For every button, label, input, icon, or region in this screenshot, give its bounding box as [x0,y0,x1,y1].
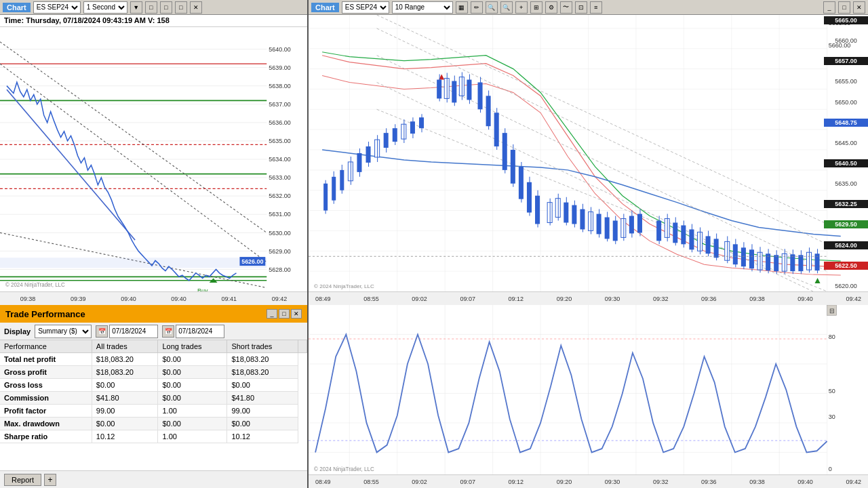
price-badge-7: 5645.00 [824,139,868,147]
osc-time-5: 09:12 [509,479,524,485]
row-long-1: $0.00 [158,353,227,366]
svg-rect-149 [637,214,642,233]
right-more-btn[interactable]: ≡ [590,1,602,14]
right-max-btn[interactable]: □ [838,1,850,14]
row-short-4: $41.80 [227,392,298,405]
r-time-7: 09:30 [605,296,620,302]
table-row: Total net profit $18,083.20 $0.00 $18,08… [0,353,307,366]
osc-time-6: 09:20 [557,479,572,485]
r-time-12: 09:42 [846,296,861,302]
left-square3-btn[interactable]: □ [175,1,187,14]
left-symbol-select[interactable]: ES SEP24 [33,1,81,14]
row-all-6: $0.00 [92,418,158,430]
right-chart-title: Chart [311,3,339,12]
right-zoom-in-btn[interactable]: 🔍 [486,1,498,14]
right-plus-btn[interactable]: + [515,1,528,14]
right-symbol-select[interactable]: ES SEP24 [342,1,389,14]
svg-text:© 2024 NinjaTrader, LLC: © 2024 NinjaTrader, LLC [5,281,65,288]
price-badge-12: 5624.00 [824,241,868,249]
left-dropdown-btn[interactable]: ▼ [130,1,142,14]
tp-min-btn[interactable]: _ [267,309,277,319]
row-short-2: $18,083.20 [227,366,298,379]
right-prop-btn[interactable]: ⚙ [545,1,557,14]
time-label-1: 09:38 [3,296,53,302]
price-badge-8: 5640.50 [824,159,868,167]
left-timeframe-select[interactable]: 1 Second [83,1,127,14]
r-time-11: 09:40 [797,296,813,302]
r-time-2: 08:55 [363,296,379,302]
display-select[interactable]: Summary ($) Detail ($) Summary (%) [35,325,92,338]
to-date-input[interactable] [176,325,224,338]
row-label-2: Gross profit [0,366,92,379]
row-all-4: $41.80 [92,392,158,405]
add-tab-btn[interactable]: + [44,474,56,486]
perf-table: Performance All trades Long trades Short… [0,340,307,443]
right-time-axis: 08:49 08:55 09:02 09:07 09:12 09:20 09:3… [309,291,868,305]
right-indicators-btn[interactable]: 〜 [560,1,572,14]
osc-time-7: 09:30 [605,479,620,485]
tp-close-btn[interactable]: ✕ [291,309,302,319]
svg-text:⊟: ⊟ [829,307,835,314]
table-row: Profit factor 99.00 1.00 99.00 [0,405,307,418]
tp-max-btn[interactable]: □ [279,309,290,319]
price-badge-14: 5620.00 [824,282,868,290]
to-cal-icon[interactable]: 📅 [162,325,174,338]
col-header-performance: Performance [0,340,92,353]
scroll-header [298,340,307,353]
table-row: Gross profit $18,083.20 $0.00 $18,083.20 [0,366,307,379]
right-close-btn[interactable]: ✕ [853,1,865,14]
right-timeframe-select[interactable]: 10 Range [392,1,453,14]
price-badge-10: 5632.25 [824,200,868,208]
title-bar-buttons: _ □ ✕ [267,309,302,319]
osc-time-12: 09:42 [846,479,861,485]
trade-perf-title: Trade Performance [5,309,85,319]
col-header-all: All trades [92,340,158,353]
oscillator-panel: 80 50 30 0 ⊟ © 2024 NinjaTrader, LLC 08:… [309,305,868,488]
right-strategy-btn[interactable]: ⊡ [575,1,587,14]
right-min-btn[interactable]: _ [823,1,835,14]
display-bar: Display Summary ($) Detail ($) Summary (… [0,323,307,340]
svg-text:5638.00: 5638.00 [269,83,290,89]
right-chart-panel: Chart ES SEP24 10 Range ▦ ✏ 🔍 🔍 + ⊞ ⚙ 〜 … [309,0,868,305]
from-date-input[interactable] [109,325,158,338]
price-badge-5: 5650.00 [824,98,868,106]
price-badge-4: 5655.00 [824,77,868,85]
svg-text:© 2024 NinjaTrader, LLC: © 2024 NinjaTrader, LLC [314,283,374,289]
right-draw-btn[interactable]: ✏ [471,1,483,14]
row-short-1: $18,083.20 [227,353,298,366]
row-short-6: $0.00 [227,418,298,430]
left-close-btn[interactable]: ✕ [190,1,202,14]
osc-time-11: 09:40 [797,479,813,485]
display-label: Display [4,327,31,336]
row-short-3: $0.00 [227,379,298,392]
left-square1-btn[interactable]: □ [145,1,157,14]
row-short-7: 10.12 [227,430,298,443]
right-chart-toolbar: Chart ES SEP24 10 Range ▦ ✏ 🔍 🔍 + ⊞ ⚙ 〜 … [309,0,868,15]
price-badge-3: 5657.00 [824,57,868,65]
left-square2-btn[interactable]: □ [160,1,172,14]
osc-time-3: 09:02 [412,479,427,485]
left-chart-info: Time: Thursday, 07/18/2024 09:43:19 AM V… [0,15,307,27]
time-label-5: 09:41 [204,296,254,302]
svg-text:5635.00: 5635.00 [269,138,290,144]
row-long-7: 1.00 [158,430,227,443]
from-cal-icon[interactable]: 📅 [96,325,108,338]
time-label-3: 09:40 [103,296,153,302]
right-bars-btn[interactable]: ▦ [456,1,468,14]
svg-rect-139 [597,214,601,235]
right-zoom-out-btn[interactable]: 🔍 [500,1,513,14]
r-time-9: 09:36 [701,296,717,302]
row-all-1: $18,083.20 [92,353,158,366]
report-tab[interactable]: Report [4,474,41,486]
price-badge-1: 5665.00 [824,16,868,24]
svg-text:5640.00: 5640.00 [269,45,290,52]
row-label-6: Max. drawdown [0,418,92,430]
osc-time-8: 09:32 [653,479,669,485]
row-long-4: $0.00 [158,392,227,405]
table-row: Commission $41.80 $0.00 $41.80 [0,392,307,405]
left-chart-panel: Chart ES SEP24 1 Second ▼ □ □ □ ✕ Time: … [0,0,309,305]
right-template-btn[interactable]: ⊞ [530,1,542,14]
svg-rect-113 [486,96,491,126]
price-badge-13: 5622.50 [824,262,868,270]
r-time-8: 09:32 [653,296,669,302]
